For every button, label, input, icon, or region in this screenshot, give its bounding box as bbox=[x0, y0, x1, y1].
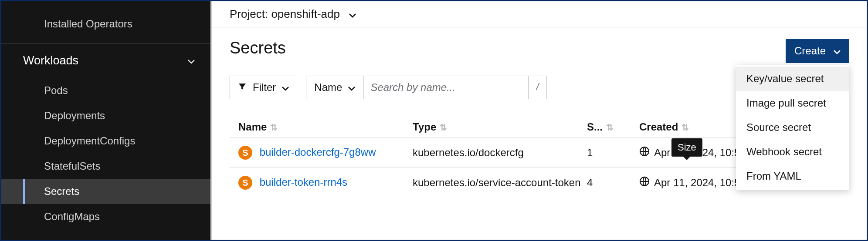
sidebar-item-secrets[interactable]: Secrets bbox=[1, 179, 210, 204]
caret-down-icon bbox=[282, 81, 289, 94]
sort-icon: ⇅ bbox=[270, 123, 278, 132]
main-content: Project: openshift-adp Secrets Create Ke… bbox=[210, 1, 867, 240]
search-slash-hint: / bbox=[529, 76, 546, 99]
secret-link[interactable]: builder-token-rrn4s bbox=[260, 176, 347, 188]
dropdown-item-key-value[interactable]: Key/value secret bbox=[736, 67, 849, 91]
caret-down-icon bbox=[348, 81, 355, 94]
filter-button[interactable]: Filter bbox=[230, 76, 297, 99]
create-dropdown-menu: Key/value secret Image pull secret Sourc… bbox=[736, 65, 849, 190]
dropdown-item-from-yaml[interactable]: From YAML bbox=[736, 164, 849, 188]
globe-icon bbox=[639, 146, 650, 159]
caret-down-icon bbox=[349, 7, 356, 21]
search-attribute-dropdown[interactable]: Name bbox=[306, 76, 363, 99]
filter-label: Filter bbox=[253, 81, 276, 94]
secret-type: kubernetes.io/dockercfg bbox=[413, 147, 587, 159]
sidebar-item-deployments[interactable]: Deployments bbox=[1, 103, 210, 128]
column-header-size[interactable]: S...⇅ bbox=[587, 121, 639, 133]
resource-badge-icon: S bbox=[238, 146, 252, 160]
search-input[interactable] bbox=[363, 76, 529, 99]
sidebar-item-configmaps[interactable]: ConfigMaps bbox=[1, 204, 210, 229]
secret-type: kubernetes.io/service-account-token bbox=[413, 177, 587, 189]
sort-icon: ⇅ bbox=[440, 123, 447, 132]
dropdown-item-image-pull[interactable]: Image pull secret bbox=[736, 91, 849, 115]
search-attribute-label: Name bbox=[314, 81, 342, 94]
secret-size: 1 bbox=[587, 147, 639, 159]
sort-icon: ⇅ bbox=[682, 123, 689, 132]
project-toolbar: Project: openshift-adp bbox=[212, 1, 867, 27]
chevron-down-icon bbox=[188, 55, 195, 67]
resource-badge-icon: S bbox=[238, 176, 252, 190]
funnel-icon bbox=[238, 81, 247, 94]
sidebar-item-statefulsets[interactable]: StatefulSets bbox=[1, 154, 210, 179]
column-header-name[interactable]: Name⇅ bbox=[238, 121, 413, 133]
sidebar-section-label: Workloads bbox=[23, 54, 78, 67]
sort-icon: ⇅ bbox=[606, 123, 614, 132]
sidebar-item-deploymentconfigs[interactable]: DeploymentConfigs bbox=[1, 128, 210, 154]
dropdown-item-source[interactable]: Source secret bbox=[736, 115, 849, 140]
sidebar-section-workloads[interactable]: Workloads bbox=[1, 43, 210, 78]
globe-icon bbox=[639, 176, 650, 189]
sidebar: Installed Operators Workloads Pods Deplo… bbox=[1, 1, 210, 240]
column-header-type[interactable]: Type⇅ bbox=[413, 121, 587, 133]
project-prefix: Project: bbox=[230, 7, 268, 20]
dropdown-item-webhook[interactable]: Webhook secret bbox=[736, 140, 849, 164]
sidebar-item-installed-operators[interactable]: Installed Operators bbox=[1, 10, 210, 38]
project-selector[interactable]: Project: openshift-adp bbox=[230, 7, 356, 21]
caret-down-icon bbox=[834, 45, 841, 57]
secret-link[interactable]: builder-dockercfg-7g8ww bbox=[260, 146, 376, 158]
size-tooltip: Size bbox=[671, 138, 702, 157]
sidebar-item-pods[interactable]: Pods bbox=[1, 78, 210, 103]
create-button[interactable]: Create bbox=[786, 39, 849, 63]
secret-size: 4 bbox=[587, 177, 639, 189]
project-name: openshift-adp bbox=[271, 7, 340, 20]
create-button-label: Create bbox=[794, 45, 826, 57]
page-title: Secrets bbox=[230, 39, 849, 57]
